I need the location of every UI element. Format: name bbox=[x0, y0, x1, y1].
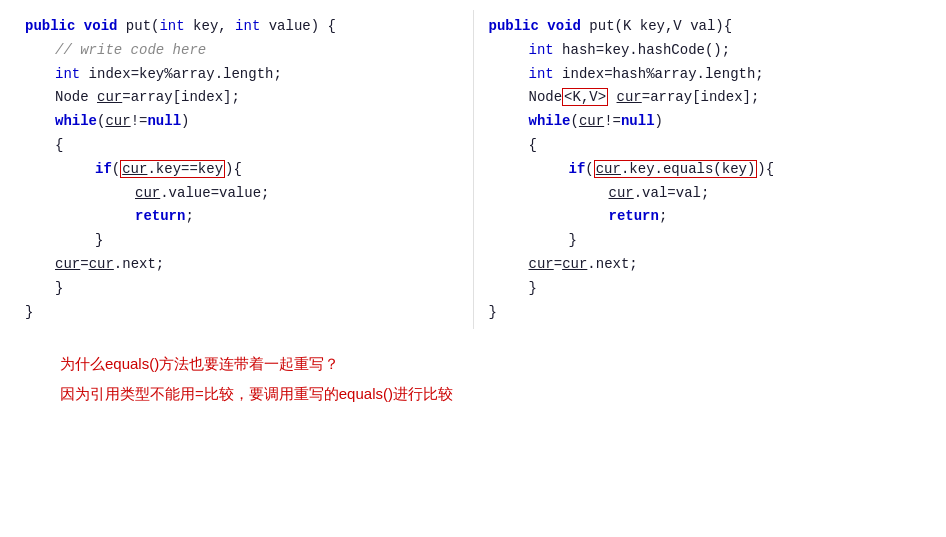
keyword: if bbox=[95, 161, 112, 177]
keyword: null bbox=[621, 113, 655, 129]
underline-text: cur bbox=[562, 256, 587, 272]
code-line: return; bbox=[489, 205, 922, 229]
underline-text: cur bbox=[89, 256, 114, 272]
keyword: if bbox=[569, 161, 586, 177]
underline-text: cur bbox=[122, 161, 147, 177]
note-line-2: 因为引用类型不能用=比较，要调用重写的equals()进行比较 bbox=[60, 379, 886, 409]
code-section: public void put(int key, int value) { //… bbox=[0, 10, 946, 329]
code-line: } bbox=[489, 229, 922, 253]
code-line: while(cur!=null) bbox=[25, 110, 458, 134]
keyword: while bbox=[529, 113, 571, 129]
underline-text: cur bbox=[579, 113, 604, 129]
underline-text: cur bbox=[55, 256, 80, 272]
underline-text: cur bbox=[529, 256, 554, 272]
code-line: return; bbox=[25, 205, 458, 229]
keyword: while bbox=[55, 113, 97, 129]
code-line: } bbox=[489, 277, 922, 301]
code-line: public void put(K key,V val){ bbox=[489, 15, 922, 39]
highlight-box-equals: cur.key.equals(key) bbox=[594, 160, 758, 178]
underline-text: cur bbox=[135, 185, 160, 201]
code-line: } bbox=[25, 277, 458, 301]
keyword-type: int bbox=[159, 18, 184, 34]
code-line: cur=cur.next; bbox=[25, 253, 458, 277]
main-container: public void put(int key, int value) { //… bbox=[0, 0, 946, 429]
code-line: { bbox=[489, 134, 922, 158]
code-line: public void put(int key, int value) { bbox=[25, 15, 458, 39]
code-line: if(cur.key==key){ bbox=[25, 158, 458, 182]
code-line: int hash=key.hashCode(); bbox=[489, 39, 922, 63]
note-line-1: 为什么equals()方法也要连带着一起重写？ bbox=[60, 349, 886, 379]
keyword: public bbox=[489, 18, 539, 34]
code-line: { bbox=[25, 134, 458, 158]
code-line: int index=key%array.length; bbox=[25, 63, 458, 87]
code-line: cur.val=val; bbox=[489, 182, 922, 206]
underline-text: cur bbox=[97, 89, 122, 105]
underline-text: cur bbox=[105, 113, 130, 129]
code-line: } bbox=[25, 301, 458, 325]
keyword-type: int bbox=[529, 42, 554, 58]
underline-text: cur bbox=[596, 161, 621, 177]
code-line: Node<K,V> cur=array[index]; bbox=[489, 86, 922, 110]
keyword: null bbox=[147, 113, 181, 129]
underline-text: cur bbox=[617, 89, 642, 105]
highlight-box: cur.key==key bbox=[120, 160, 225, 178]
left-code-panel: public void put(int key, int value) { //… bbox=[10, 10, 474, 329]
keyword: return bbox=[609, 208, 659, 224]
code-line-comment: // write code here bbox=[25, 39, 458, 63]
code-line: cur.value=value; bbox=[25, 182, 458, 206]
keyword-type: int bbox=[55, 66, 80, 82]
underline-text: cur bbox=[609, 185, 634, 201]
keyword: void bbox=[84, 18, 118, 34]
code-line: } bbox=[489, 301, 922, 325]
notes-section: 为什么equals()方法也要连带着一起重写？ 因为引用类型不能用=比较，要调用… bbox=[0, 329, 946, 419]
keyword: void bbox=[547, 18, 581, 34]
keyword: public bbox=[25, 18, 75, 34]
highlight-box-kv: <K,V> bbox=[562, 88, 608, 106]
keyword-type: int bbox=[529, 66, 554, 82]
keyword: return bbox=[135, 208, 185, 224]
code-line: } bbox=[25, 229, 458, 253]
code-line: int index=hash%array.length; bbox=[489, 63, 922, 87]
code-line: cur=cur.next; bbox=[489, 253, 922, 277]
right-code-panel: public void put(K key,V val){ int hash=k… bbox=[474, 10, 937, 329]
code-line: while(cur!=null) bbox=[489, 110, 922, 134]
code-line: Node cur=array[index]; bbox=[25, 86, 458, 110]
code-line: if(cur.key.equals(key)){ bbox=[489, 158, 922, 182]
comment-text: // write code here bbox=[55, 42, 206, 58]
keyword-type: int bbox=[235, 18, 260, 34]
